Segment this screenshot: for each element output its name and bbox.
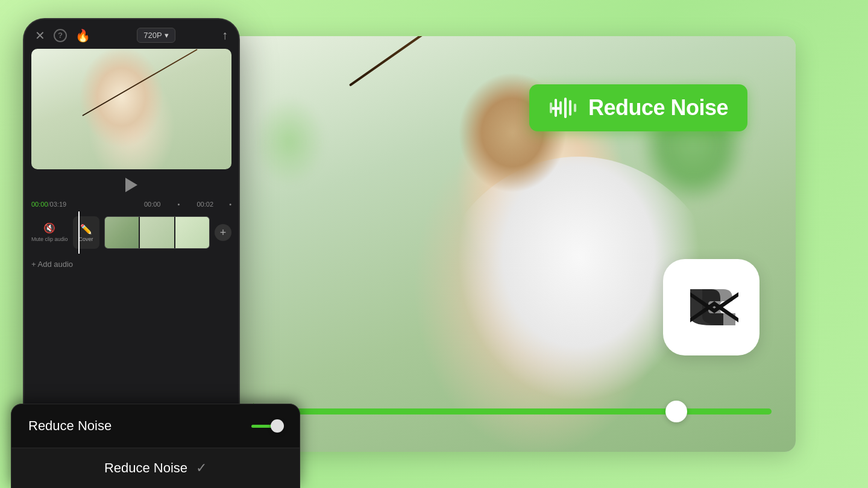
topbar-left: ✕ ? 🔥 [35,28,90,43]
toggle-knob [271,419,284,433]
current-time: 00:00 [31,201,48,208]
video-progress-bar[interactable] [253,407,772,416]
fire-icon: 🔥 [75,28,90,43]
strip-thumb-2 [140,217,174,248]
capcut-logo [663,259,760,355]
audio-waveform-icon [549,96,580,119]
mute-label: Mute clip audio [31,236,68,243]
svg-rect-1 [555,99,557,117]
svg-rect-3 [564,98,567,118]
reduce-noise-confirm-label: Reduce Noise [104,460,187,476]
svg-rect-4 [569,100,571,116]
strip-thumb-3 [175,217,209,248]
svg-rect-0 [550,102,552,113]
export-icon[interactable]: ↑ [222,28,228,42]
svg-rect-2 [559,101,562,114]
progress-thumb[interactable] [665,401,687,422]
checkmark-icon: ✓ [196,460,207,476]
topbar-center: 720P ▾ [137,28,175,43]
phone-mockup: ✕ ? 🔥 720P ▾ ↑ [23,18,240,452]
svg-point-6 [552,107,555,110]
add-clip-button[interactable]: + [215,224,231,241]
progress-track[interactable] [275,408,772,414]
close-icon[interactable]: ✕ [35,28,45,43]
marker-2: 00:02 [197,201,213,208]
reduce-noise-video-badge[interactable]: Reduce Noise [529,84,747,131]
video-strip [104,216,210,249]
reduce-noise-toggle-label: Reduce Noise [28,418,112,434]
phone-video-preview [31,49,231,169]
cover-label: Cover [79,236,93,242]
playhead-cursor [78,211,80,254]
reduce-noise-badge-text: Reduce Noise [588,95,728,120]
quality-selector[interactable]: 720P ▾ [137,28,175,43]
reduce-noise-toggle-row: Reduce Noise [11,404,300,448]
chevron-down-icon: ▾ [165,31,169,40]
marker-1: 00:00 [144,201,161,208]
total-time: 03:19 [50,201,67,208]
capcut-symbol-icon [678,283,744,331]
phone-controls [24,169,239,201]
phone-clip-area: 🔇 Mute clip audio ✏️ Cover + [24,211,239,254]
phone-violin-figure [31,49,231,169]
pen-icon: ✏️ [80,224,92,235]
phone-topbar: ✕ ? 🔥 720P ▾ ↑ [24,19,239,49]
bottom-panel: Reduce Noise Reduce Noise ✓ [11,404,300,488]
cover-button[interactable]: ✏️ Cover [73,216,99,249]
help-icon[interactable]: ? [54,29,67,42]
toggle-track [251,425,283,428]
svg-point-7 [556,107,559,110]
strip-thumb-1 [105,217,139,248]
add-audio-label: + Add audio [31,260,73,269]
video-preview-card: Reduce Noise [229,36,796,452]
phone-play-button[interactable] [125,178,137,192]
svg-rect-5 [574,104,576,112]
reduce-noise-toggle[interactable] [251,418,283,434]
mute-clip-control[interactable]: 🔇 Mute clip audio [31,222,68,243]
timeline-time: 00:00 / 03:19 00:00 • 00:02 • [31,201,231,208]
add-audio-row[interactable]: + Add audio [24,254,239,275]
video-background: Reduce Noise [229,36,796,452]
phone-screen: ✕ ? 🔥 720P ▾ ↑ [24,19,239,451]
reduce-noise-confirm-row[interactable]: Reduce Noise ✓ [11,448,300,488]
phone-timeline: 00:00 / 03:19 00:00 • 00:02 • [24,201,239,211]
